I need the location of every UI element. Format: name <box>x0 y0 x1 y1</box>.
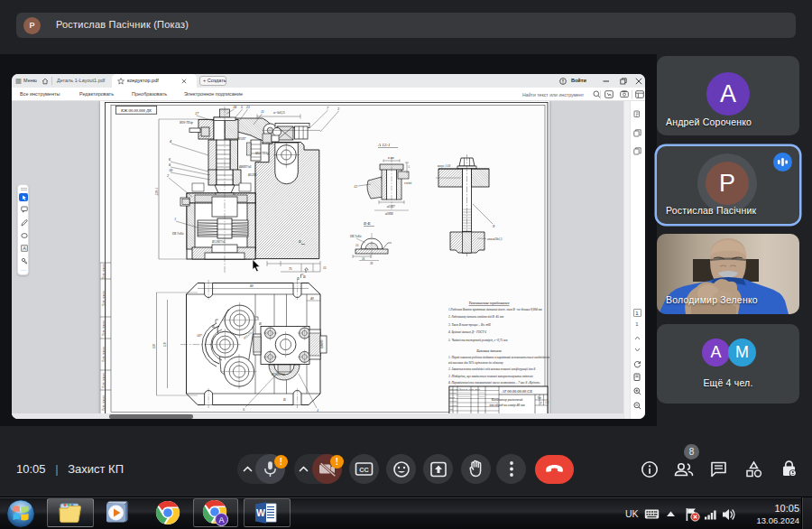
svg-text:конус 1:50: конус 1:50 <box>438 164 450 168</box>
svg-text:Ø30Н8/к6: Ø30Н8/к6 <box>261 142 274 145</box>
svg-text:Ø110Н7/h6: Ø110Н7/h6 <box>271 373 285 376</box>
svg-text:5: 5 <box>409 165 411 169</box>
svg-text:В: В <box>212 324 215 329</box>
svg-text:147°: 147° <box>197 334 203 338</box>
svg-text:1: 1 <box>174 217 176 221</box>
svg-text:Изм Лист №докум. Подп. Дата: Изм Лист №докум. Подп. Дата <box>449 388 480 391</box>
svg-text:Б: Б <box>296 276 300 281</box>
svg-text:CC: CC <box>359 466 368 474</box>
svg-text:2. Работаему деталь отійти від: 2. Работаему деталь отійти від В- 45 мм <box>448 314 504 319</box>
svg-text:Технические требования: Технические требования <box>469 301 510 305</box>
svg-text:Перв. примен.: Перв. примен. <box>102 290 106 306</box>
svg-text:75: 75 <box>289 267 292 271</box>
svg-text:4. Будливі деталі Д= ГОСТ 6: 4. Будливі деталі Д= ГОСТ 6 <box>448 330 486 334</box>
svg-text:4: 4 <box>170 139 171 144</box>
svg-text:А 12:1: А 12:1 <box>377 143 390 147</box>
svg-text:В: В <box>259 321 262 326</box>
svg-text:1.Рабочим Виктю крепятых детал: 1.Рабочим Виктю крепятых деталей долж. т… <box>448 307 543 312</box>
svg-text:Б: Б <box>298 239 301 244</box>
svg-text:АТ 00.00.00.00 СБ: АТ 00.00.00.00 СБ <box>501 389 532 394</box>
svg-text:Перв. примен.: Перв. примен. <box>102 372 106 388</box>
svg-text:Перв. примен.: Перв. примен. <box>102 346 106 362</box>
svg-text:11: 11 <box>261 109 264 114</box>
svg-text:отв.м20х1,5: отв.м20х1,5 <box>487 237 503 242</box>
svg-text:10: 10 <box>169 168 173 172</box>
svg-text:КЖ.00.00.000 ДК: КЖ.00.00.000 ДК <box>120 108 152 113</box>
svg-text:2. Завантажити необхідні слід: 2. Завантажити необхідні слід штоки пови… <box>448 367 535 371</box>
svg-text:НВ 7н/6д: НВ 7н/6д <box>349 235 362 238</box>
svg-text:15: 15 <box>355 244 359 247</box>
svg-text:М12-7Н/6g: М12-7Н/6g <box>254 152 269 155</box>
svg-text:4. Перевдеяльність пневматичні: 4. Перевдеяльність пневматичні насос ком… <box>448 381 540 385</box>
svg-text:9: 9 <box>493 224 495 228</box>
svg-text:від високих діа 95% кріплення: від високих діа 95% кріплення до обльоту <box>448 361 503 365</box>
svg-text:5: 5 <box>241 105 243 109</box>
svg-text:з-п/пд: з-п/пд <box>403 181 411 185</box>
svg-text:17: 17 <box>195 111 199 116</box>
svg-text:Ø25Н7: Ø25Н7 <box>236 137 246 141</box>
svg-text:220±1: 220±1 <box>155 187 159 195</box>
svg-text:Т.контр.: Т.контр. <box>449 400 457 403</box>
svg-text:W: W <box>256 507 265 518</box>
svg-text:1: 1 <box>317 408 318 413</box>
svg-text:A: A <box>23 246 26 251</box>
svg-text:НВ 7н/6д: НВ 7н/6д <box>171 232 184 236</box>
svg-text:Разраб.: Разраб. <box>449 392 457 394</box>
svg-text:1. Перед началом роботи добавт: 1. Перед началом роботи добавте в передм… <box>448 355 549 359</box>
svg-text:110: 110 <box>163 342 167 347</box>
svg-text:5. Чайвність паспортній розмір: 5. Чайвність паспортній розмірів, г=0,75… <box>448 338 508 343</box>
svg-text:Б: Б <box>282 397 286 402</box>
svg-text:ø мм: ø мм <box>387 156 393 160</box>
svg-text:12: 12 <box>354 184 357 189</box>
svg-text:3: 3 <box>337 107 339 111</box>
svg-text:3. Підберіть, що завдається п: 3. Підберіть, що завдається повинні вико… <box>448 375 533 379</box>
svg-text:Перв. примен.: Перв. примен. <box>102 320 106 336</box>
svg-text:Ø52Н8: Ø52Н8 <box>247 173 257 177</box>
svg-text:16: 16 <box>362 257 365 261</box>
svg-text:1:1: 1:1 <box>545 401 549 404</box>
svg-text:Пров.: Пров. <box>449 396 456 399</box>
svg-text:2: 2 <box>167 173 169 178</box>
svg-text:18: 18 <box>233 105 237 109</box>
svg-text:Н.контр.: Н.контр. <box>449 404 458 407</box>
svg-text:М10-7Н/др: М10-7Н/др <box>179 121 193 125</box>
svg-text:Кондуктор расточний: Кондуктор расточний <box>491 397 523 402</box>
svg-text:5: 5 <box>243 407 245 412</box>
svg-text:Б-Б: Б-Б <box>363 221 371 226</box>
svg-text:м=6х0,25: м=6х0,25 <box>272 111 285 116</box>
svg-text:7: 7 <box>327 106 329 110</box>
svg-text:40: 40 <box>310 297 314 301</box>
svg-text:Ø40Н7/х6: Ø40Н7/х6 <box>238 165 252 169</box>
svg-text:80: 80 <box>250 284 254 288</box>
svg-text:ø28Н8: ø28Н8 <box>384 212 393 216</box>
svg-text:Ø40Н9: Ø40Н9 <box>320 339 324 349</box>
svg-text:для оброб-ки отвір 40 мм: для оброб-ки отвір 40 мм <box>489 404 525 407</box>
svg-text:6: 6 <box>169 157 171 162</box>
svg-text:150: 150 <box>152 344 156 349</box>
svg-text:Ø120Н7/з6: Ø120Н7/з6 <box>211 240 226 244</box>
svg-text:8: 8 <box>169 162 171 167</box>
svg-text:3. Такт В техн-процес – Вч. пб: 3. Такт В техн-процес – Вч. пбЕ <box>448 323 492 327</box>
svg-text:30: 30 <box>370 262 374 265</box>
svg-text:ø25Н7: ø25Н7 <box>386 205 395 209</box>
svg-text:Перв. примен.: Перв. примен. <box>102 394 106 411</box>
svg-text:Базовые детали: Базовые детали <box>475 348 502 353</box>
svg-text:15: 15 <box>323 266 327 270</box>
svg-text:Перв. примен.: Перв. примен. <box>102 263 106 279</box>
svg-text:Б: Б <box>302 274 306 279</box>
svg-text:Утв.: Утв. <box>449 408 454 411</box>
svg-text:21: 21 <box>246 105 250 109</box>
